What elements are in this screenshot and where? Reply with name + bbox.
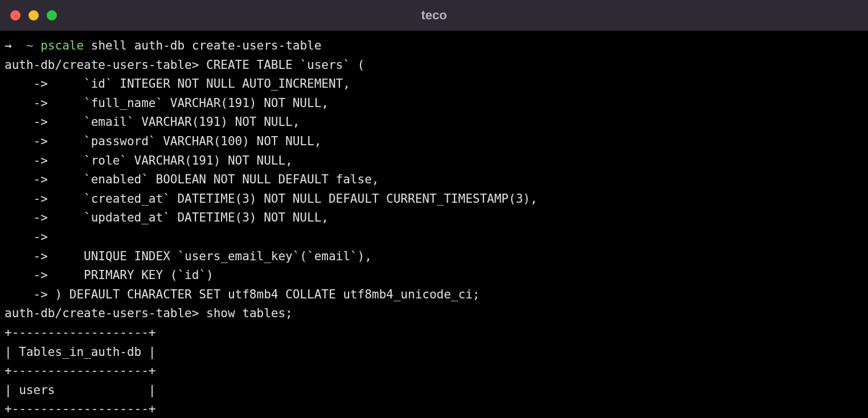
sql-continuation-line: -> PRIMARY KEY (`id`) bbox=[5, 266, 863, 285]
table-header: | Tables_in_auth-db | bbox=[5, 343, 863, 362]
sql-continuation-line: -> `email` VARCHAR(191) NOT NULL, bbox=[5, 113, 863, 132]
table-border: +-------------------+ bbox=[5, 362, 863, 381]
continuation-prefix: -> bbox=[5, 154, 48, 167]
show-tables-cmd: show tables; bbox=[199, 306, 292, 320]
sql-continuation-line: -> `id` INTEGER NOT NULL AUTO_INCREMENT, bbox=[5, 75, 863, 94]
pscale-command: pscale bbox=[40, 39, 84, 52]
traffic-lights bbox=[10, 10, 57, 21]
table-border: +-------------------+ bbox=[5, 400, 863, 418]
sql-text: `enabled` BOOLEAN NOT NULL DEFAULT false… bbox=[48, 173, 379, 186]
sql-text: `password` VARCHAR(100) NOT NULL, bbox=[48, 134, 321, 148]
continuation-prefix: -> bbox=[5, 268, 48, 282]
sql-text: `updated_at` DATETIME(3) NOT NULL, bbox=[48, 211, 329, 224]
sql-continuation-line: -> UNIQUE INDEX `users_email_key`(`email… bbox=[5, 247, 863, 267]
continuation-prefix: -> bbox=[5, 96, 48, 110]
sql-text: `id` INTEGER NOT NULL AUTO_INCREMENT, bbox=[48, 77, 350, 91]
sql-text: `created_at` DATETIME(3) NOT NULL DEFAUL… bbox=[48, 192, 538, 206]
window-title: teco bbox=[421, 5, 447, 25]
sql-prompt-line: auth-db/create-users-table> show tables; bbox=[5, 304, 863, 323]
continuation-prefix: -> bbox=[5, 77, 48, 91]
sql-continuation-line: -> `password` VARCHAR(100) NOT NULL, bbox=[5, 132, 863, 151]
sql-create-table: CREATE TABLE `users` ( bbox=[199, 58, 365, 72]
sql-continuation-line: -> `full_name` VARCHAR(191) NOT NULL, bbox=[5, 94, 863, 113]
prompt-tilde: ~ bbox=[26, 39, 34, 52]
sql-continuation-line: -> `enabled` BOOLEAN NOT NULL DEFAULT fa… bbox=[5, 170, 863, 190]
minimize-icon[interactable] bbox=[28, 10, 39, 21]
sql-continuation-line: -> bbox=[5, 228, 863, 247]
sql-text: UNIQUE INDEX `users_email_key`(`email`), bbox=[48, 249, 372, 263]
sql-prompt-line: auth-db/create-users-table> CREATE TABLE… bbox=[5, 56, 863, 75]
sql-continuation-line: -> `created_at` DATETIME(3) NOT NULL DEF… bbox=[5, 190, 863, 209]
continuation-prefix: -> bbox=[5, 115, 48, 129]
terminal-content[interactable]: → ~ pscale shell auth-db create-users-ta… bbox=[0, 31, 868, 418]
sql-continuation-line: -> `role` VARCHAR(191) NOT NULL, bbox=[5, 151, 863, 171]
continuation-prefix: -> bbox=[5, 249, 48, 263]
sql-text: PRIMARY KEY (`id`) bbox=[48, 268, 214, 282]
maximize-icon[interactable] bbox=[47, 10, 57, 21]
continuation-prefix: -> bbox=[5, 134, 48, 148]
continuation-prefix: -> bbox=[5, 230, 48, 244]
sql-prompt: auth-db/create-users-table> bbox=[5, 58, 199, 72]
table-border: +-------------------+ bbox=[5, 323, 863, 343]
sql-text: `email` VARCHAR(191) NOT NULL, bbox=[48, 115, 300, 129]
continuation-prefix: -> bbox=[5, 211, 48, 224]
prompt-arrow-icon: → bbox=[5, 39, 12, 52]
continuation-prefix: -> bbox=[5, 173, 48, 186]
shell-args: shell auth-db create-users-table bbox=[84, 39, 321, 52]
sql-prompt: auth-db/create-users-table> bbox=[5, 306, 199, 320]
sql-continuation-line: -> `updated_at` DATETIME(3) NOT NULL, bbox=[5, 208, 863, 228]
close-icon[interactable] bbox=[10, 10, 21, 21]
sql-text: `role` VARCHAR(191) NOT NULL, bbox=[48, 154, 293, 167]
sql-text: ) DEFAULT CHARACTER SET utf8mb4 COLLATE … bbox=[48, 288, 480, 301]
sql-continuation-line: -> ) DEFAULT CHARACTER SET utf8mb4 COLLA… bbox=[5, 285, 863, 305]
sql-text: `full_name` VARCHAR(191) NOT NULL, bbox=[48, 96, 329, 110]
shell-command-line: → ~ pscale shell auth-db create-users-ta… bbox=[5, 36, 863, 56]
continuation-prefix: -> bbox=[5, 288, 48, 301]
table-row: | users | bbox=[5, 381, 863, 400]
titlebar: teco bbox=[0, 0, 868, 31]
continuation-prefix: -> bbox=[5, 192, 48, 206]
